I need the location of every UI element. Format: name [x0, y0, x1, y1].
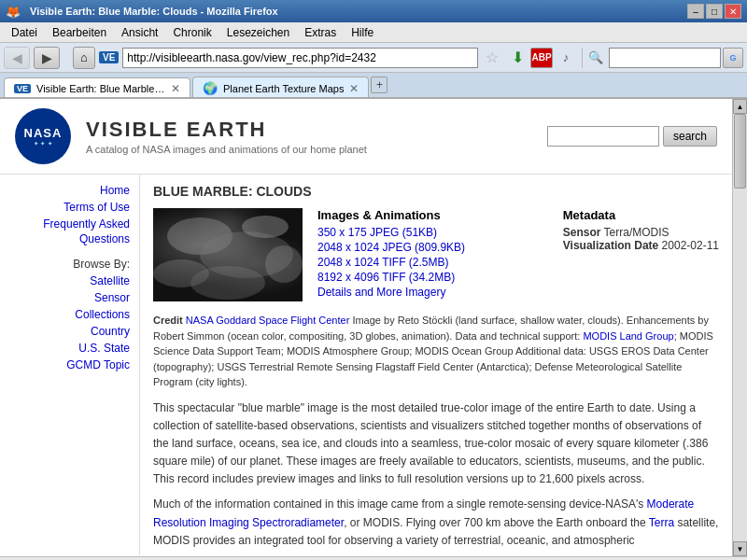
- description-paragraph-2: Much of the information contained in thi…: [153, 496, 719, 550]
- sidebar-item-satellite[interactable]: Satellite: [0, 273, 139, 289]
- scroll-down-button[interactable]: ▼: [733, 541, 747, 556]
- image-and-meta: Images & Animations 350 x 175 JPEG (51KB…: [153, 208, 719, 301]
- image-link-3[interactable]: 8192 x 4096 TIFF (34.2MB): [317, 271, 548, 284]
- sidebar: Home Terms of Use Frequently AskedQuesti…: [0, 175, 140, 555]
- toolbar: ◀ ▶ ⌂ VE ☆ ⬇ ABP ♪ 🔍 G: [0, 43, 747, 73]
- home-button[interactable]: ⌂: [73, 47, 95, 69]
- statusbar: 🔒 http://veimages.gsfc.nasa.gov/2432/clo…: [0, 556, 747, 560]
- close-button[interactable]: ✕: [725, 4, 741, 19]
- credit-link-nasa[interactable]: NASA Goddard Space Flight Center: [186, 315, 349, 326]
- toolbar-icons: ⬇ ABP ♪ 🔍 G: [506, 47, 743, 69]
- menu-extras[interactable]: Extras: [297, 24, 344, 41]
- image-link-details[interactable]: Details and More Imagery: [317, 286, 548, 299]
- metadata-block: Metadata Sensor Terra/MODIS Visualizatio…: [563, 208, 719, 301]
- menu-bearbeiten[interactable]: Bearbeiten: [45, 24, 114, 41]
- main-content: BLUE MARBLE: CLOUDS: [140, 175, 732, 555]
- site-header: NASA ✦ ✦ ✦ VISIBLE EARTH A catalog of NA…: [0, 99, 732, 175]
- site-search-input[interactable]: [547, 126, 659, 147]
- page-title: BLUE MARBLE: CLOUDS: [153, 184, 719, 199]
- credit-text: NASA Goddard Space Flight Center Image b…: [153, 315, 713, 387]
- nasa-logo: NASA ✦ ✦ ✦: [15, 108, 71, 164]
- terra-link[interactable]: Terra: [649, 516, 674, 529]
- credit-label: Credit: [153, 315, 183, 326]
- google-icon[interactable]: G: [723, 48, 743, 68]
- metadata-title: Metadata: [563, 208, 719, 222]
- scroll-track: [733, 114, 747, 541]
- restore-button[interactable]: □: [706, 4, 723, 19]
- tabbar: VE Visible Earth: Blue Marble: Clouds ✕ …: [0, 73, 747, 99]
- menu-hilfe[interactable]: Hilfe: [344, 24, 381, 41]
- back-icon: ◀: [12, 50, 22, 65]
- credit-section: Credit NASA Goddard Space Flight Center …: [153, 313, 719, 390]
- tab-visible-earth[interactable]: VE Visible Earth: Blue Marble: Clouds ✕: [4, 77, 190, 97]
- content-layout: Home Terms of Use Frequently AskedQuesti…: [0, 175, 732, 555]
- svg-point-2: [200, 231, 293, 278]
- sidebar-item-home[interactable]: Home: [0, 182, 139, 199]
- sidebar-browse-section: Browse By: Satellite Sensor Collections …: [0, 256, 139, 373]
- search-box-area: search: [547, 126, 717, 147]
- site-title: VISIBLE EARTH: [86, 118, 547, 142]
- tab-favicon-ve: VE: [14, 84, 31, 93]
- menu-chronik[interactable]: Chronik: [165, 24, 218, 41]
- back-button[interactable]: ◀: [4, 47, 30, 69]
- sidebar-item-country[interactable]: Country: [0, 323, 139, 340]
- sidebar-item-gcmd[interactable]: GCMD Topic: [0, 357, 139, 373]
- metadata-date-value: 2002-02-11: [662, 239, 719, 252]
- window-titlebar: 🦊 Visible Earth: Blue Marble: Clouds - M…: [0, 0, 747, 22]
- site-search-button[interactable]: search: [663, 126, 717, 147]
- metadata-sensor-value: Terra/MODIS: [604, 226, 669, 239]
- sidebar-item-collections[interactable]: Collections: [0, 306, 139, 323]
- nasa-logo-subtitle: ✦ ✦ ✦: [24, 140, 63, 147]
- sidebar-item-us-state[interactable]: U.S. State: [0, 340, 139, 357]
- site-title-block: VISIBLE EARTH A catalog of NASA images a…: [86, 118, 547, 155]
- credit-link-modis-land[interactable]: MODIS Land Group: [583, 330, 673, 342]
- description-paragraph-1: This spectacular "blue marble" image is …: [153, 399, 719, 489]
- menu-datei[interactable]: Datei: [4, 24, 45, 41]
- url-badge: VE: [99, 51, 119, 63]
- tab-close-visible-earth[interactable]: ✕: [171, 82, 180, 95]
- scroll-up-button[interactable]: ▲: [733, 99, 747, 114]
- scrollbar[interactable]: ▲ ▼: [732, 99, 747, 556]
- home-icon: ⌂: [80, 50, 88, 64]
- site-subtitle: A catalog of NASA images and animations …: [86, 144, 547, 155]
- sidebar-item-faq[interactable]: Frequently AskedQuestions: [0, 216, 139, 248]
- thumbnail-image: [153, 208, 303, 301]
- page-content: NASA ✦ ✦ ✦ VISIBLE EARTH A catalog of NA…: [0, 99, 732, 556]
- scroll-thumb[interactable]: [734, 114, 746, 189]
- tab-planet-earth[interactable]: 🌍 Planet Earth Texture Maps ✕: [192, 77, 369, 97]
- url-input[interactable]: [122, 48, 478, 68]
- svg-point-6: [265, 245, 303, 283]
- svg-point-5: [190, 266, 265, 300]
- svg-rect-0: [153, 208, 303, 301]
- search-bar-icon[interactable]: 🔍: [585, 47, 607, 69]
- browser-content: NASA ✦ ✦ ✦ VISIBLE EARTH A catalog of NA…: [0, 99, 747, 556]
- metadata-sensor: Sensor Terra/MODIS: [563, 226, 719, 239]
- tab-label-visible-earth: Visible Earth: Blue Marble: Clouds: [36, 83, 165, 94]
- modis-link[interactable]: Moderate Resolution Imaging Spectroradia…: [153, 497, 694, 528]
- metadata-date-label: Visualization Date: [563, 239, 658, 252]
- image-link-1[interactable]: 2048 x 1024 JPEG (809.9KB): [317, 241, 548, 254]
- forward-icon: ▶: [42, 50, 52, 65]
- window-title: Visible Earth: Blue Marble: Clouds - Moz…: [30, 6, 682, 17]
- new-tab-button[interactable]: +: [371, 77, 388, 93]
- audio-icon[interactable]: ♪: [555, 47, 577, 69]
- menubar: Datei Bearbeiten Ansicht Chronik Lesezei…: [0, 22, 747, 43]
- metadata-date: Visualization Date 2002-02-11: [563, 239, 719, 252]
- menu-ansicht[interactable]: Ansicht: [114, 24, 165, 41]
- tab-close-planet-earth[interactable]: ✕: [349, 82, 359, 95]
- thumbnail-image-inner: [153, 208, 303, 301]
- browser-search-input[interactable]: [609, 48, 721, 68]
- bookmark-star[interactable]: ☆: [482, 48, 502, 68]
- minimize-button[interactable]: –: [687, 4, 704, 19]
- download-icon[interactable]: ⬇: [506, 47, 529, 69]
- thumbnail-svg: [153, 208, 303, 301]
- image-link-0[interactable]: 350 x 175 JPEG (51KB): [317, 226, 548, 239]
- image-link-2[interactable]: 2048 x 1024 TIFF (2.5MB): [317, 256, 548, 269]
- nasa-logo-text: NASA: [24, 126, 63, 140]
- metadata-sensor-label: Sensor: [563, 226, 601, 239]
- menu-lesezeichen[interactable]: Lesezeichen: [219, 24, 297, 41]
- sidebar-item-terms[interactable]: Terms of Use: [0, 199, 139, 216]
- sidebar-item-sensor[interactable]: Sensor: [0, 289, 139, 306]
- forward-button[interactable]: ▶: [34, 47, 60, 69]
- abp-addon[interactable]: ABP: [530, 48, 553, 68]
